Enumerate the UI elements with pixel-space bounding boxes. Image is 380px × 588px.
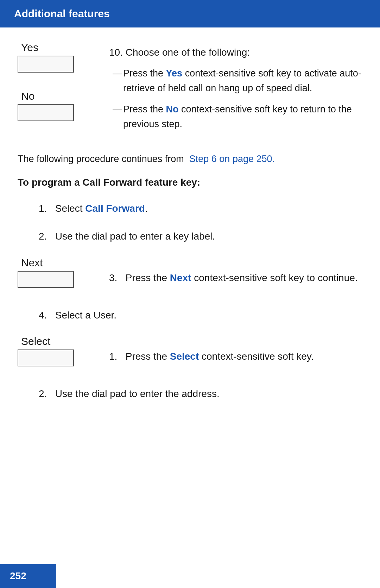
call-forward-link: Call Forward — [85, 203, 145, 214]
select-key-box — [18, 349, 74, 366]
step3-desc: 3. Press the Next context-sensitive soft… — [109, 257, 362, 285]
step3-num: 3. — [109, 272, 123, 283]
no-key-box — [18, 104, 74, 121]
select-key-row: Select 1. Press the Select context-sensi… — [18, 335, 362, 373]
next-key-group: Next — [18, 257, 95, 288]
no-key-ref: No — [166, 104, 179, 114]
select-key-ref: Select — [170, 351, 199, 362]
step2-num: 2. — [39, 231, 52, 242]
yes-label: Yes — [21, 42, 38, 54]
step-select2-text: Use the dial pad to enter the address. — [55, 388, 220, 399]
bullet-no: Press the No context-sensitive soft key … — [113, 102, 362, 132]
page-number: 252 — [10, 570, 26, 581]
step3-suffix: context-sensitive soft key to continue. — [191, 272, 357, 283]
next-key-ref: Next — [170, 272, 191, 283]
next-label: Next — [21, 257, 43, 269]
step-select1-suffix: context-sensitive soft key. — [199, 351, 314, 362]
step-select2-num: 2. — [39, 388, 52, 399]
step6-link[interactable]: Step 6 on page 250. — [189, 154, 275, 164]
step3-text: Press the — [126, 272, 170, 283]
step4-text: Select a User. — [55, 310, 116, 321]
step1-num: 1. — [39, 203, 52, 214]
continues-text: The following procedure continues from — [18, 154, 184, 164]
yes-key-box — [18, 56, 74, 73]
step4-num: 4. — [39, 310, 52, 321]
footer-bar: 252 — [0, 564, 56, 588]
no-label: No — [21, 90, 34, 102]
step10-instructions: 10. Choose one of the following: Press t… — [109, 42, 362, 138]
step4: 4. Select a User. — [39, 308, 362, 323]
continues-para: The following procedure continues from S… — [18, 152, 362, 166]
next-key-row: Next 3. Press the Next context-sensitive… — [18, 257, 362, 295]
select-label: Select — [21, 335, 50, 347]
section2-heading: To program a Call Forward feature key: — [18, 177, 362, 188]
step-select1-text: Press the — [126, 351, 170, 362]
no-key-group: No — [18, 90, 95, 121]
step10-bullets: Press the Yes context-sensitive soft key… — [113, 66, 362, 131]
next-key-box — [18, 271, 74, 288]
step10-heading: 10. Choose one of the following: — [109, 45, 362, 60]
select-key-group: Select — [18, 335, 95, 366]
step-select2: 2. Use the dial pad to enter the address… — [39, 386, 362, 401]
step1: 1. Select Call Forward. — [39, 201, 362, 216]
yes-key-group: Yes — [18, 42, 95, 73]
step2-text: Use the dial pad to enter a key label. — [55, 231, 215, 242]
header-bar: Additional features — [0, 0, 380, 27]
bullet-yes: Press the Yes context-sensitive soft key… — [113, 66, 362, 96]
header-title: Additional features — [14, 8, 110, 19]
yes-no-keys-col: Yes No — [18, 42, 95, 128]
step2: 2. Use the dial pad to enter a key label… — [39, 229, 362, 244]
step-select1-num: 1. — [109, 351, 123, 362]
yes-key-ref: Yes — [166, 68, 183, 79]
step1-text: Select — [55, 203, 86, 214]
section-yes-no: Yes No 10. Choose one of the following: … — [18, 42, 362, 138]
step-select1-desc: 1. Press the Select context-sensitive so… — [109, 335, 362, 364]
